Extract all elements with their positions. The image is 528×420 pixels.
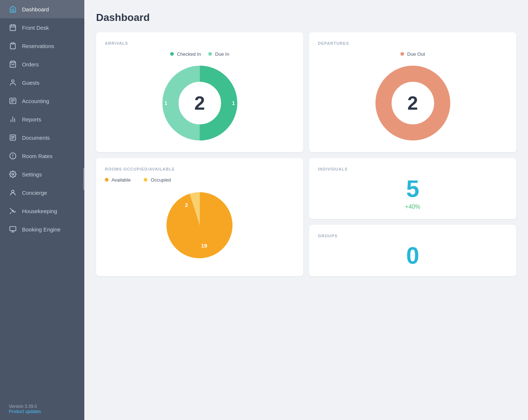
- documents-icon: [9, 134, 17, 142]
- accounting-icon: [9, 97, 17, 105]
- rooms-legend-available: Available: [105, 177, 131, 183]
- arrivals-chart-container: Checked In Due In 2: [105, 51, 294, 143]
- main-content: Dashboard ARRIVALS Checked In Due In: [84, 0, 528, 420]
- available-dot: [105, 178, 109, 182]
- version-text: Version 3.39.0: [9, 404, 76, 409]
- sidebar-item-documents[interactable]: Documents: [0, 128, 84, 147]
- sidebar-item-room-rates[interactable]: Room Rates: [0, 147, 84, 165]
- departures-donut: 2: [373, 63, 453, 143]
- sidebar-item-reports[interactable]: Reports: [0, 110, 84, 128]
- groups-value: 0: [318, 244, 507, 267]
- dashboard-grid: ARRIVALS Checked In Due In: [96, 32, 516, 276]
- settings-icon: [9, 170, 17, 178]
- individuals-value: 5: [318, 177, 507, 201]
- sidebar-item-label: Front Desk: [22, 25, 49, 31]
- sidebar-item-label: Accounting: [22, 98, 49, 104]
- svg-point-6: [12, 80, 14, 83]
- home-icon: [9, 5, 17, 13]
- individuals-title: INDIVIDUALS: [318, 167, 507, 171]
- rooms-card: ROOMS OCCUPIED/AVAILABLE Available Occup…: [96, 158, 303, 276]
- booking-icon: [9, 225, 17, 233]
- departures-title: DEPARTURES: [318, 41, 507, 45]
- individuals-card: INDIVIDUALS 5 +40%: [309, 158, 516, 219]
- sidebar-item-label: Housekeeping: [22, 208, 57, 214]
- person-icon: [9, 78, 17, 87]
- checked-in-dot: [170, 52, 174, 56]
- arrivals-legend-due-in: Due In: [208, 51, 229, 57]
- sidebar-item-label: Dashboard: [22, 6, 49, 12]
- sidebar-item-concierge[interactable]: Concierge: [0, 183, 84, 202]
- reports-icon: [9, 115, 17, 123]
- sidebar: Dashboard Front Desk Reservations: [0, 0, 84, 420]
- occupied-dot: [144, 178, 147, 182]
- due-in-dot: [208, 52, 212, 56]
- due-out-dot: [400, 52, 404, 56]
- sidebar-item-label: Room Rates: [22, 153, 52, 159]
- arrivals-total: 2: [194, 92, 205, 114]
- page-title: Dashboard: [96, 12, 516, 23]
- svg-rect-0: [10, 25, 16, 30]
- sidebar-item-label: Booking Engine: [22, 226, 60, 233]
- rooms-occupied-label: 2: [185, 202, 188, 208]
- svg-rect-4: [12, 43, 14, 44]
- sidebar-scrollbar: [83, 168, 84, 190]
- rooms-legend-occupied: Occupied: [144, 177, 171, 183]
- sidebar-item-label: Guests: [22, 80, 40, 86]
- individuals-change: +40%: [318, 204, 507, 210]
- svg-point-21: [12, 174, 14, 175]
- orders-icon: [9, 60, 17, 68]
- departures-total: 2: [407, 92, 418, 114]
- svg-rect-24: [10, 227, 16, 231]
- product-updates-link[interactable]: Product updates: [9, 409, 76, 414]
- sidebar-item-label: Concierge: [22, 190, 47, 196]
- arrivals-title: ARRIVALS: [105, 41, 294, 45]
- sidebar-item-label: Reservations: [22, 43, 54, 49]
- rooms-available-label: 19: [201, 242, 208, 249]
- departures-legend-due-out: Due Out: [400, 51, 425, 57]
- sidebar-item-reservations[interactable]: Reservations: [0, 37, 84, 55]
- sidebar-item-front-desk[interactable]: Front Desk: [0, 18, 84, 37]
- arrivals-due-in-count: 1: [232, 100, 235, 106]
- sidebar-item-housekeeping[interactable]: Housekeeping: [0, 202, 84, 220]
- groups-title: GROUPS: [318, 234, 507, 238]
- clipboard-icon: [9, 42, 17, 50]
- rooms-legend: Available Occupied: [105, 177, 294, 183]
- roomrates-icon: [9, 152, 17, 160]
- arrivals-donut: 2 1 1: [160, 63, 240, 143]
- sidebar-item-booking-engine[interactable]: Booking Engine: [0, 220, 84, 238]
- arrivals-legend-checked-in: Checked In: [170, 51, 201, 57]
- sidebar-item-guests[interactable]: Guests: [0, 73, 84, 92]
- svg-point-22: [12, 190, 14, 193]
- arrivals-legend: Checked In Due In: [170, 51, 229, 57]
- arrivals-card: ARRIVALS Checked In Due In: [96, 32, 303, 152]
- sidebar-footer: Version 3.39.0 Product updates: [0, 398, 84, 420]
- sidebar-item-label: Settings: [22, 171, 42, 178]
- calendar-icon: [9, 23, 17, 32]
- sidebar-item-label: Orders: [22, 61, 39, 67]
- arrivals-checked-in-count: 1: [165, 100, 168, 106]
- concierge-icon: [9, 189, 17, 197]
- rooms-title: ROOMS OCCUPIED/AVAILABLE: [105, 167, 294, 171]
- groups-card: GROUPS 0: [309, 225, 516, 276]
- sidebar-item-orders[interactable]: Orders: [0, 55, 84, 73]
- departures-chart-container: Due Out 2: [318, 51, 507, 143]
- sidebar-item-settings[interactable]: Settings: [0, 165, 84, 183]
- rooms-pie-svg: [163, 189, 236, 262]
- right-column: INDIVIDUALS 5 +40% GROUPS 0: [309, 158, 516, 276]
- sidebar-item-dashboard[interactable]: Dashboard: [0, 0, 84, 18]
- rooms-pie: 2 19: [163, 189, 236, 262]
- sidebar-item-label: Reports: [22, 116, 41, 123]
- departures-legend: Due Out: [400, 51, 425, 57]
- departures-card: DEPARTURES Due Out 2: [309, 32, 516, 152]
- housekeeping-icon: [9, 207, 17, 215]
- sidebar-item-label: Documents: [22, 135, 50, 141]
- sidebar-item-accounting[interactable]: Accounting: [0, 92, 84, 110]
